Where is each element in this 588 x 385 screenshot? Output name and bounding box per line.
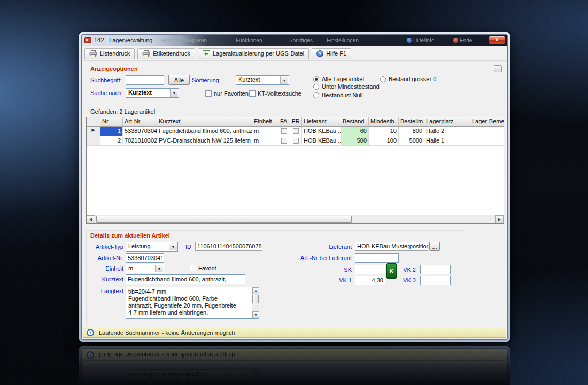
nur-favoriten-label: nur Favoriten (214, 90, 249, 97)
exit-icon (453, 38, 458, 43)
vk1-input[interactable] (355, 276, 385, 285)
col-header-einheit[interactable]: Einheit (252, 117, 278, 126)
filters-collapse-button[interactable] (494, 65, 502, 72)
favorit-checkbox[interactable] (190, 265, 196, 271)
art-nr-lieferant-label: Art.-Nr bei Lieferant (288, 255, 352, 261)
col-header-lagerplatz[interactable]: Lagerplatz (424, 117, 470, 126)
col-header-lieferant[interactable]: Lieferant (302, 117, 341, 126)
fa-checkbox[interactable] (281, 138, 287, 144)
nur-favoriten-checkbox[interactable] (205, 90, 212, 97)
scroll-left-icon[interactable]: ◀ (87, 215, 95, 223)
artikel-typ-value: Leistung (128, 243, 151, 249)
table-row[interactable]: ▶ 1 533807030410 Fugendichtband Illmod 6… (87, 127, 504, 136)
status-bar: i Laufende Suchnummer - keine Änderungen… (83, 327, 506, 338)
row-selector (87, 136, 100, 145)
menu-item-funktionen[interactable]: Funktionen (236, 37, 262, 43)
lageraktualisierung-button[interactable]: Lageraktualisierung per UGS-Datei (198, 48, 309, 59)
menu-item-bearbeiten[interactable]: Bearbeiten/Kopieren (158, 37, 207, 43)
suchbegriff-input[interactable] (126, 75, 164, 85)
favorit-label: Favorit (198, 265, 216, 271)
scrollbar-thumb[interactable] (252, 295, 259, 303)
radio-bestand-groesser-0[interactable] (380, 76, 386, 82)
col-header-fa[interactable]: FA (278, 117, 290, 126)
alle-button[interactable]: Alle (168, 75, 190, 85)
vk2-input[interactable] (420, 265, 451, 274)
vk1-label: VK 1 (288, 277, 352, 284)
einheit-label: Einheit (86, 265, 123, 272)
menu-item-ende[interactable]: Ende (453, 37, 472, 43)
cell-nr: 2 (100, 136, 123, 145)
scrollbar-thumb[interactable] (96, 216, 352, 223)
lieferant-browse-button[interactable]: ... (429, 242, 440, 251)
vk3-label: VK 3 (390, 277, 416, 284)
fr-checkbox[interactable] (293, 138, 299, 144)
cell-bestellm: 5000 (399, 136, 424, 145)
sortierung-select[interactable]: Kurztext ▼ (236, 75, 289, 85)
sortierung-value: Kurztext (238, 76, 260, 83)
menu-item-hilfe-label: Hilfe/Info (413, 37, 434, 43)
artikel-typ-select[interactable]: Leistung ▼ (126, 242, 178, 252)
artikel-nr-input[interactable] (126, 253, 164, 263)
suche-nach-select[interactable]: Kurztext ▼ (126, 88, 179, 98)
einheit-select[interactable]: m ▼ (126, 264, 164, 273)
art-nr-lieferant-input[interactable] (355, 253, 399, 263)
col-header-bestellm[interactable]: Bestellm. (399, 117, 424, 126)
cell-nr: 1 (100, 127, 123, 136)
listendruck-label: Listendruck (100, 50, 130, 57)
suchbegriff-label: Suchbegriff: (90, 77, 122, 83)
col-header-lager-bemer[interactable]: Lager-Bemer (470, 117, 504, 126)
radio-unter-mindestbestand[interactable] (313, 84, 319, 90)
radio-bestand-groesser-0-label: Bestand grösser 0 (389, 76, 436, 82)
menu-item-sonstiges[interactable]: Sonstiges (289, 37, 313, 43)
sortierung-label: Sortierung: (192, 77, 221, 83)
vk2-label: VK 2 (390, 266, 416, 273)
fa-checkbox[interactable] (281, 128, 287, 134)
scroll-up-icon[interactable]: ▲ (252, 287, 259, 294)
table-row[interactable]: 2 702101030200 PVC-Drainschlauch NW 125 … (87, 136, 504, 146)
help-icon (407, 38, 412, 43)
info-icon: i (87, 329, 94, 336)
articles-table[interactable]: Nr Art-Nr Kurztext Einheit FA FR Liefera… (86, 117, 504, 224)
langtext-label: Langtext (86, 288, 123, 294)
kt-volltextsuche-checkbox[interactable] (249, 90, 256, 97)
col-header-fr[interactable]: FR (290, 117, 302, 126)
app-window: 142 - Lagerverwaltung Bearbeiten/Kopiere… (79, 32, 510, 342)
scroll-right-icon[interactable]: ▶ (495, 215, 504, 223)
fr-checkbox[interactable] (293, 128, 299, 134)
col-header-art-nr[interactable]: Art-Nr (123, 117, 157, 126)
col-header-nr[interactable]: Nr (100, 117, 123, 126)
menu-item-einstellungen[interactable]: Einstellungen (327, 37, 359, 43)
col-header-selector (87, 117, 100, 126)
col-header-kurztext[interactable]: Kurztext (157, 117, 252, 126)
sk-label: SK (288, 266, 352, 273)
scroll-down-icon[interactable]: ▼ (252, 311, 259, 318)
cell-kurztext: PVC-Drainschlauch NW 125 liefern und (157, 136, 252, 145)
etikettendruck-label: Etikettendruck (153, 50, 190, 57)
einheit-value: m (128, 265, 133, 271)
menu-item-hilfe-info[interactable]: Hilfe/Info (407, 37, 434, 43)
col-header-bestand[interactable]: Bestand (341, 117, 369, 126)
listendruck-button[interactable]: Listendruck (84, 48, 135, 59)
menubar: Bearbeiten/Kopieren Funktionen Sonstiges… (82, 35, 507, 46)
radio-bestand-ist-null-label: Bestand ist Null (322, 92, 362, 98)
cell-bestellm: 800 (399, 127, 424, 136)
artikel-nr-label: Artikel-Nr. (86, 255, 123, 261)
cell-lager-bemer (470, 136, 504, 145)
horizontal-scrollbar[interactable]: ◀ ▶ (87, 215, 504, 223)
vk3-input[interactable] (420, 276, 451, 285)
col-header-mindestb[interactable]: Mindestb. (369, 117, 399, 126)
cell-art-nr: 533807030410 (123, 127, 157, 136)
kurztext-input[interactable] (126, 274, 245, 284)
hilfe-button[interactable]: ? Hilfe F1 (312, 48, 351, 59)
sk-input[interactable] (355, 265, 385, 274)
close-button[interactable]: ✕ (489, 36, 505, 44)
row-selector-arrow-icon: ▶ (87, 127, 100, 136)
radio-bestand-ist-null[interactable] (313, 92, 319, 98)
vertical-scrollbar[interactable]: ▲ ▼ (252, 287, 259, 318)
titlebar[interactable]: 142 - Lagerverwaltung Bearbeiten/Kopiere… (82, 35, 507, 46)
scrollbar-track[interactable] (95, 215, 495, 223)
radio-alle-lagerartikel[interactable] (313, 76, 319, 82)
lageraktualisierung-label: Lageraktualisierung per UGS-Datei (213, 50, 304, 57)
langtext-textarea[interactable]: t/b=20/4-7 mm Fugendichtband illmod 600,… (126, 287, 259, 319)
etikettendruck-button[interactable]: Etikettendruck (137, 48, 195, 59)
